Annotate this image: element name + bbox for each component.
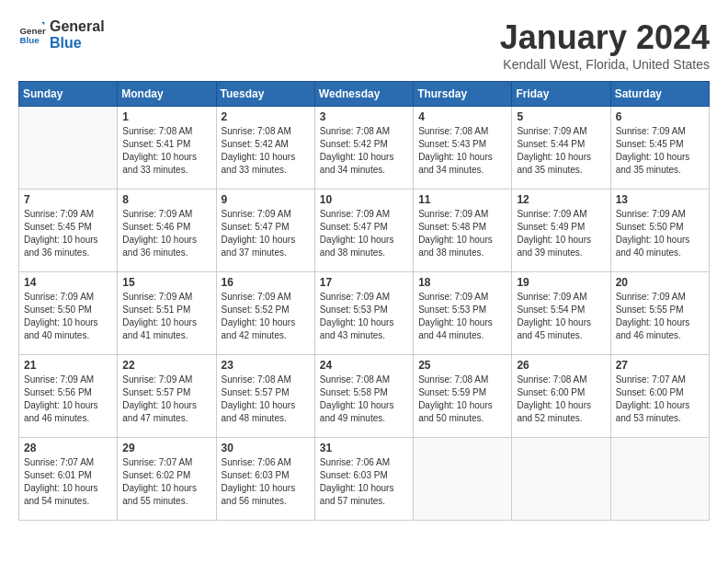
- calendar-day-header: Tuesday: [216, 82, 314, 107]
- day-info: Sunrise: 7:08 AMSunset: 6:00 PMDaylight:…: [517, 373, 605, 425]
- day-number: 2: [222, 110, 310, 123]
- day-info: Sunrise: 7:08 AMSunset: 5:42 AMDaylight:…: [222, 125, 310, 177]
- day-info: Sunrise: 7:09 AMSunset: 5:45 PMDaylight:…: [24, 208, 112, 259]
- day-number: 29: [122, 442, 210, 454]
- calendar-day-cell: 16Sunrise: 7:09 AMSunset: 5:52 PMDayligh…: [216, 272, 314, 355]
- day-number: 25: [418, 359, 506, 372]
- calendar-day-cell: 17Sunrise: 7:09 AMSunset: 5:53 PMDayligh…: [314, 272, 413, 355]
- day-info: Sunrise: 7:09 AMSunset: 5:50 PMDaylight:…: [24, 291, 112, 342]
- day-number: 4: [418, 110, 506, 123]
- day-info: Sunrise: 7:07 AMSunset: 6:00 PMDaylight:…: [616, 373, 704, 425]
- calendar-day-cell: 21Sunrise: 7:09 AMSunset: 5:56 PMDayligh…: [19, 355, 118, 438]
- calendar-day-cell: 15Sunrise: 7:09 AMSunset: 5:51 PMDayligh…: [118, 272, 216, 355]
- location-title: Kendall West, Florida, United States: [500, 57, 710, 72]
- day-info: Sunrise: 7:08 AMSunset: 5:58 PMDaylight:…: [320, 373, 408, 425]
- day-number: 21: [24, 359, 112, 372]
- day-number: 12: [517, 193, 605, 206]
- svg-text:General: General: [20, 25, 47, 35]
- day-info: Sunrise: 7:08 AMSunset: 5:42 PMDaylight:…: [320, 125, 408, 177]
- svg-text:Blue: Blue: [20, 35, 40, 45]
- calendar-day-cell: 2Sunrise: 7:08 AMSunset: 5:42 AMDaylight…: [216, 107, 314, 190]
- day-info: Sunrise: 7:09 AMSunset: 5:56 PMDaylight:…: [24, 373, 112, 425]
- calendar-day-cell: 4Sunrise: 7:08 AMSunset: 5:43 PMDaylight…: [414, 107, 512, 190]
- day-info: Sunrise: 7:09 AMSunset: 5:47 PMDaylight:…: [320, 208, 408, 259]
- day-number: 18: [418, 276, 506, 289]
- day-info: Sunrise: 7:09 AMSunset: 5:49 PMDaylight:…: [517, 208, 605, 259]
- calendar-day-cell: 6Sunrise: 7:09 AMSunset: 5:45 PMDaylight…: [610, 107, 709, 190]
- calendar-day-cell: 26Sunrise: 7:08 AMSunset: 6:00 PMDayligh…: [512, 355, 610, 438]
- calendar-day-cell: 19Sunrise: 7:09 AMSunset: 5:54 PMDayligh…: [512, 272, 610, 355]
- day-info: Sunrise: 7:09 AMSunset: 5:50 PMDaylight:…: [616, 208, 704, 259]
- day-info: Sunrise: 7:09 AMSunset: 5:48 PMDaylight:…: [418, 208, 506, 259]
- day-info: Sunrise: 7:08 AMSunset: 5:43 PMDaylight:…: [418, 125, 506, 177]
- day-number: 20: [616, 276, 704, 289]
- day-number: 9: [222, 193, 310, 206]
- day-number: 10: [320, 193, 408, 206]
- calendar-table: SundayMondayTuesdayWednesdayThursdayFrid…: [18, 81, 710, 521]
- day-info: Sunrise: 7:09 AMSunset: 5:54 PMDaylight:…: [517, 291, 605, 342]
- day-number: 26: [517, 359, 605, 372]
- calendar-day-header: Wednesday: [314, 82, 413, 107]
- day-number: 22: [122, 359, 210, 372]
- day-info: Sunrise: 7:09 AMSunset: 5:52 PMDaylight:…: [222, 291, 310, 342]
- calendar-header-row: SundayMondayTuesdayWednesdayThursdayFrid…: [19, 82, 710, 107]
- logo-icon: General Blue: [18, 21, 46, 49]
- calendar-day-cell: 12Sunrise: 7:09 AMSunset: 5:49 PMDayligh…: [512, 190, 610, 272]
- day-number: 28: [24, 442, 112, 454]
- day-number: 31: [320, 442, 408, 454]
- day-number: 30: [222, 442, 310, 454]
- calendar-day-cell: 22Sunrise: 7:09 AMSunset: 5:57 PMDayligh…: [118, 355, 216, 438]
- calendar-day-cell: 25Sunrise: 7:08 AMSunset: 5:59 PMDayligh…: [414, 355, 512, 438]
- calendar-day-cell: [19, 107, 118, 190]
- day-info: Sunrise: 7:09 AMSunset: 5:46 PMDaylight:…: [122, 208, 210, 259]
- page-header: General Blue General Blue January 2024 K…: [18, 18, 710, 72]
- day-number: 6: [616, 110, 704, 123]
- day-info: Sunrise: 7:06 AMSunset: 6:03 PMDaylight:…: [222, 456, 310, 508]
- calendar-day-cell: 29Sunrise: 7:07 AMSunset: 6:02 PMDayligh…: [118, 438, 216, 521]
- day-number: 27: [616, 359, 704, 372]
- calendar-day-cell: 18Sunrise: 7:09 AMSunset: 5:53 PMDayligh…: [414, 272, 512, 355]
- calendar-week-row: 1Sunrise: 7:08 AMSunset: 5:41 PMDaylight…: [19, 107, 710, 190]
- day-number: 24: [320, 359, 408, 372]
- day-number: 11: [418, 193, 506, 206]
- logo: General Blue General Blue: [18, 18, 105, 51]
- day-info: Sunrise: 7:09 AMSunset: 5:44 PMDaylight:…: [517, 125, 605, 177]
- day-info: Sunrise: 7:09 AMSunset: 5:57 PMDaylight:…: [122, 373, 210, 425]
- day-number: 7: [24, 193, 112, 206]
- day-info: Sunrise: 7:07 AMSunset: 6:02 PMDaylight:…: [122, 456, 210, 508]
- title-area: January 2024 Kendall West, Florida, Unit…: [500, 18, 710, 72]
- day-info: Sunrise: 7:09 AMSunset: 5:53 PMDaylight:…: [418, 291, 506, 342]
- day-number: 1: [122, 110, 210, 123]
- day-info: Sunrise: 7:09 AMSunset: 5:53 PMDaylight:…: [320, 291, 408, 342]
- day-number: 16: [222, 276, 310, 289]
- calendar-week-row: 7Sunrise: 7:09 AMSunset: 5:45 PMDaylight…: [19, 190, 710, 272]
- calendar-day-cell: 7Sunrise: 7:09 AMSunset: 5:45 PMDaylight…: [19, 190, 118, 272]
- day-info: Sunrise: 7:07 AMSunset: 6:01 PMDaylight:…: [24, 456, 112, 508]
- calendar-day-cell: 23Sunrise: 7:08 AMSunset: 5:57 PMDayligh…: [216, 355, 314, 438]
- calendar-day-cell: 31Sunrise: 7:06 AMSunset: 6:03 PMDayligh…: [314, 438, 413, 521]
- calendar-day-cell: 14Sunrise: 7:09 AMSunset: 5:50 PMDayligh…: [19, 272, 118, 355]
- calendar-day-cell: 3Sunrise: 7:08 AMSunset: 5:42 PMDaylight…: [314, 107, 413, 190]
- calendar-day-cell: [414, 438, 512, 521]
- day-number: 3: [320, 110, 408, 123]
- day-number: 23: [222, 359, 310, 372]
- svg-marker-2: [41, 22, 44, 25]
- logo-blue-text: Blue: [50, 35, 105, 52]
- calendar-day-cell: 20Sunrise: 7:09 AMSunset: 5:55 PMDayligh…: [610, 272, 709, 355]
- day-number: 17: [320, 276, 408, 289]
- day-number: 13: [616, 193, 704, 206]
- calendar-day-cell: 10Sunrise: 7:09 AMSunset: 5:47 PMDayligh…: [314, 190, 413, 272]
- logo-general-text: General: [50, 18, 105, 35]
- calendar-day-cell: 28Sunrise: 7:07 AMSunset: 6:01 PMDayligh…: [19, 438, 118, 521]
- calendar-day-header: Saturday: [610, 82, 709, 107]
- day-info: Sunrise: 7:06 AMSunset: 6:03 PMDaylight:…: [320, 456, 408, 508]
- calendar-day-cell: 11Sunrise: 7:09 AMSunset: 5:48 PMDayligh…: [414, 190, 512, 272]
- day-number: 19: [517, 276, 605, 289]
- calendar-day-cell: 24Sunrise: 7:08 AMSunset: 5:58 PMDayligh…: [314, 355, 413, 438]
- calendar-week-row: 21Sunrise: 7:09 AMSunset: 5:56 PMDayligh…: [19, 355, 710, 438]
- day-info: Sunrise: 7:08 AMSunset: 5:57 PMDaylight:…: [222, 373, 310, 425]
- day-info: Sunrise: 7:09 AMSunset: 5:51 PMDaylight:…: [122, 291, 210, 342]
- day-number: 5: [517, 110, 605, 123]
- calendar-day-header: Monday: [118, 82, 216, 107]
- calendar-week-row: 14Sunrise: 7:09 AMSunset: 5:50 PMDayligh…: [19, 272, 710, 355]
